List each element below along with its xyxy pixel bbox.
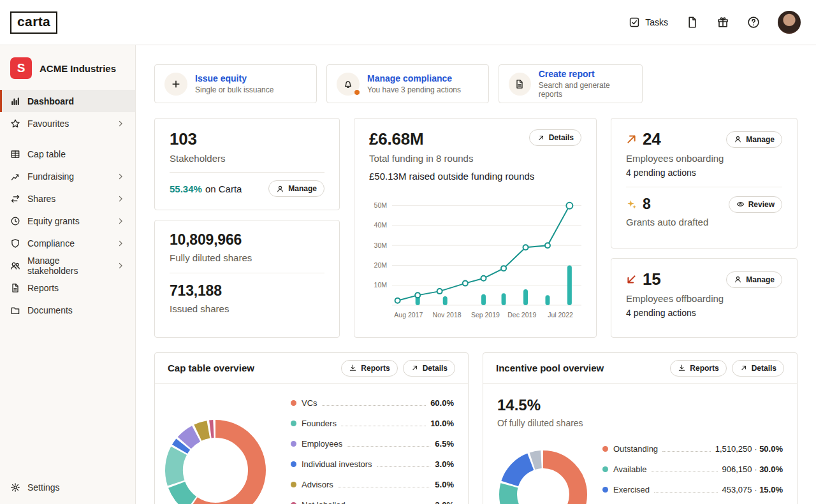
- svg-text:Jul 2022: Jul 2022: [548, 311, 573, 319]
- legend-leader: [377, 466, 431, 467]
- cap-table-overview-title: Cap table overview: [168, 363, 336, 373]
- svg-text:20M: 20M: [374, 261, 387, 269]
- legend-value: 906,150 · 30.0%: [722, 464, 783, 474]
- incentive-reports-button[interactable]: Reports: [670, 360, 726, 377]
- sidebar-item-settings[interactable]: Settings: [0, 476, 135, 498]
- issue-equity-button[interactable]: Issue equity Single or bulk issuance: [154, 64, 317, 103]
- person-icon: [276, 185, 284, 193]
- arrow-up-right-icon: [740, 364, 748, 372]
- sidebar-item-dashboard[interactable]: Dashboard: [0, 90, 135, 112]
- svg-text:10M: 10M: [374, 281, 387, 289]
- equity-grants-icon: [10, 216, 20, 226]
- svg-text:40M: 40M: [374, 221, 387, 229]
- pool-label: Of fully diluted shares: [497, 418, 797, 428]
- carta-logo[interactable]: carta: [10, 11, 57, 34]
- person-icon: [734, 135, 742, 143]
- shares-icon: [10, 194, 20, 204]
- help-icon[interactable]: [747, 16, 760, 29]
- company-logo: S: [10, 57, 32, 79]
- svg-text:Aug 2017: Aug 2017: [394, 311, 423, 319]
- chevron-right-icon: [116, 172, 125, 181]
- legend-leader: [338, 487, 431, 487]
- legend-row: Not labelled2.0%: [291, 494, 454, 504]
- legend-dot: [291, 502, 296, 504]
- legend-leader: [322, 405, 426, 406]
- funding-card: £6.68M Details Total funding in 8 rounds…: [354, 118, 597, 338]
- cap-table-legend: VCs60.0%Founders10.0%Employees6.5%Indivi…: [291, 392, 454, 504]
- incentive-details-button[interactable]: Details: [732, 360, 784, 377]
- outside-funding: £50.13M raised outside funding rounds: [369, 171, 581, 182]
- fully-diluted-count: 10,809,966: [170, 231, 324, 248]
- document-icon[interactable]: [686, 16, 699, 29]
- sidebar-item-reports[interactable]: Reports: [0, 277, 135, 299]
- person-icon: [734, 275, 742, 284]
- sidebar-item-equity-grants[interactable]: Equity grants: [0, 210, 135, 232]
- topbar-actions: Tasks: [629, 11, 801, 34]
- legend-value: 3.0%: [435, 459, 454, 469]
- gift-icon[interactable]: [717, 16, 729, 29]
- stakeholders-icon: [10, 261, 20, 271]
- funding-chart: 10M20M30M40M50MAug 2017Nov 2018Sep 2019D…: [369, 191, 581, 322]
- carta-wordmark: carta: [17, 14, 50, 29]
- manage-stakeholders-button[interactable]: Manage: [268, 180, 324, 197]
- fundraising-icon: [10, 171, 20, 182]
- onboarding-manage-button[interactable]: Manage: [726, 131, 782, 148]
- legend-dot: [602, 466, 608, 472]
- funding-details-button[interactable]: Details: [529, 129, 581, 146]
- company-switcher[interactable]: S ACME Industries: [0, 45, 135, 90]
- documents-icon: [10, 305, 20, 315]
- legend-value: 6.5%: [435, 439, 454, 449]
- legend-label: Exercised: [613, 485, 650, 494]
- divider: [626, 187, 782, 187]
- captable-icon: [10, 149, 20, 159]
- legend-label: Advisors: [302, 480, 333, 489]
- create-report-button[interactable]: Create report Search and generate report…: [499, 64, 643, 103]
- offboarding-manage-button[interactable]: Manage: [726, 271, 782, 288]
- sidebar-item-shares[interactable]: Shares: [0, 187, 135, 210]
- legend-value: 1,510,250 · 50.0%: [715, 444, 783, 454]
- legend-leader: [652, 472, 718, 472]
- tasks-button[interactable]: Tasks: [629, 17, 668, 28]
- eye-icon: [736, 200, 745, 208]
- legend-dot: [291, 461, 296, 467]
- legend-label: Founders: [302, 419, 337, 428]
- legend-leader: [347, 446, 430, 447]
- main-content: Issue equity Single or bulk issuance Man…: [136, 45, 816, 504]
- arrow-up-right-icon: [537, 134, 545, 142]
- notification-dot: [354, 89, 360, 96]
- legend-dot: [602, 446, 608, 452]
- manage-compliance-button[interactable]: Manage compliance You have 3 pending act…: [326, 64, 489, 103]
- offboarding-count: 15: [643, 270, 661, 289]
- legend-value: 10.0%: [430, 419, 454, 428]
- dashboard-icon: [10, 96, 20, 106]
- sidebar: S ACME Industries DashboardFavouritesCap…: [0, 45, 136, 504]
- trend-down-icon: [626, 274, 637, 285]
- sidebar-item-cap-table[interactable]: Cap table: [0, 143, 135, 165]
- sidebar-item-manage-stakeholders[interactable]: Manage stakeholders: [0, 254, 135, 277]
- sidebar-item-favourites[interactable]: Favourites: [0, 112, 135, 134]
- trend-up-icon: [626, 134, 637, 145]
- svg-text:Dec 2019: Dec 2019: [507, 311, 536, 319]
- incentive-pool-overview-card: Incentive pool overview Reports Details …: [483, 352, 798, 504]
- cap-table-reports-button[interactable]: Reports: [341, 360, 397, 377]
- sidebar-nav: DashboardFavouritesCap tableFundraisingS…: [0, 90, 135, 321]
- grants-review-button[interactable]: Review: [729, 196, 782, 213]
- sidebar-item-documents[interactable]: Documents: [0, 299, 135, 321]
- gear-icon: [10, 482, 20, 493]
- issued-count: 713,188: [170, 282, 324, 299]
- star-icon: [10, 119, 20, 129]
- sidebar-item-fundraising[interactable]: Fundraising: [0, 165, 135, 187]
- avatar[interactable]: [778, 11, 801, 34]
- onboarding-count: 24: [643, 129, 661, 149]
- manage-compliance-title: Manage compliance: [367, 73, 461, 83]
- chevron-right-icon: [116, 239, 125, 248]
- divider: [170, 273, 324, 273]
- legend-row: Individual investors3.0%: [291, 454, 454, 474]
- svg-text:50M: 50M: [374, 201, 387, 209]
- cap-table-overview-card: Cap table overview Reports Details VCs60…: [154, 352, 469, 504]
- sidebar-item-compliance[interactable]: Compliance: [0, 232, 135, 254]
- on-carta-pct: 55.34%: [170, 184, 202, 194]
- topbar: carta Tasks: [0, 0, 816, 45]
- cap-table-details-button[interactable]: Details: [403, 360, 455, 377]
- legend-label: Available: [613, 464, 647, 474]
